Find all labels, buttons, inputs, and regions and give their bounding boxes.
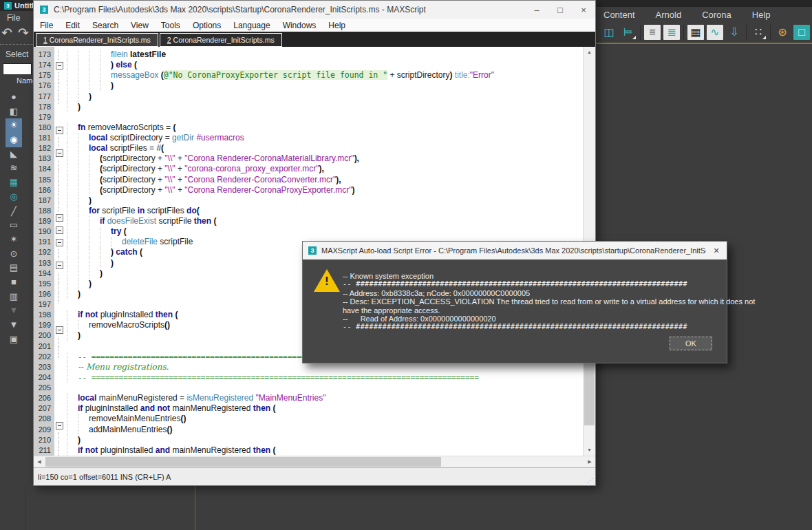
scroll-down-icon[interactable]: ▼ <box>584 445 595 456</box>
filter-particles-icon[interactable]: ✶ <box>6 233 22 247</box>
filter-shapes-icon[interactable]: ◧ <box>6 105 22 119</box>
fold-margin-cell <box>54 443 64 454</box>
fold-marker[interactable] <box>54 326 64 337</box>
frozen-objects-icon[interactable]: ■ <box>6 275 22 290</box>
line-number: 181 <box>34 133 54 143</box>
minimize-button[interactable]: – <box>525 1 548 19</box>
fold-marker[interactable] <box>54 127 64 137</box>
fold-marker[interactable] <box>54 62 64 72</box>
editor-menu-search[interactable]: Search <box>86 21 125 30</box>
filter-helpers-icon[interactable]: ◣ <box>6 147 22 162</box>
curve-editor-icon[interactable]: ∿ <box>707 25 723 40</box>
filter-bones-icon[interactable]: ◎ <box>6 190 22 204</box>
max-menu-arnold[interactable]: Arnold <box>656 10 682 20</box>
filter-containers-icon[interactable]: ▦ <box>6 176 22 190</box>
fold-margin-cell <box>54 358 64 368</box>
scroll-left-icon[interactable]: ◀ <box>34 456 45 467</box>
dialog-error-text-line: -- #####################################… <box>343 323 721 331</box>
code-line: for scriptFile in scriptFiles do( <box>64 206 583 216</box>
rendered-frame-icon[interactable]: □ <box>793 25 810 40</box>
filter-cameras-icon[interactable]: ◉ <box>6 133 22 147</box>
align-icon[interactable]: ⊨ <box>620 25 637 40</box>
filter-disabled-icon[interactable]: ▼ <box>6 304 22 318</box>
line-number: 192 <box>34 247 54 257</box>
max-main-toolbar: ◫⊨≡≣▦∿⇩∷⊛□ <box>596 22 812 43</box>
fold-marker[interactable] <box>54 149 64 160</box>
editor-menu-edit[interactable]: Edit <box>59 21 86 30</box>
dialog-titlebar[interactable]: 3 MAXScript Auto-load Script Error - C:\… <box>303 242 727 259</box>
vertical-scroll-thumb[interactable] <box>584 360 595 425</box>
line-number: 182 <box>34 143 54 153</box>
resize-grip[interactable]: ⋰ <box>587 477 593 484</box>
editor-menu-view[interactable]: View <box>125 21 155 30</box>
list-view-icon[interactable]: ▤ <box>6 261 22 275</box>
scroll-right-icon[interactable]: ▶ <box>584 456 595 467</box>
line-number: 197 <box>34 299 54 310</box>
redo-icon[interactable]: ↷ <box>18 25 29 43</box>
display-visibility-icon[interactable]: ⊙ <box>6 247 22 262</box>
schematic-view-icon[interactable]: ∷ <box>750 25 767 40</box>
editor-tab-1[interactable]: 1 CoronaRenderer_InitScripts.ms <box>36 33 158 47</box>
fold-marker[interactable] <box>54 214 64 224</box>
max-menu-corona[interactable]: Corona <box>702 10 731 20</box>
fold-marker[interactable] <box>54 226 64 237</box>
max-menu-help[interactable]: Help <box>752 10 771 20</box>
line-number: 177 <box>34 92 54 102</box>
horizontal-scroll-thumb[interactable] <box>45 457 441 467</box>
line-number: 185 <box>34 175 54 185</box>
line-number: 205 <box>34 383 54 393</box>
line-number: 187 <box>34 195 54 206</box>
ribbon-icon[interactable]: ▦ <box>687 25 704 40</box>
undo-icon[interactable]: ↶ <box>1 25 12 43</box>
maximize-button[interactable]: □ <box>548 1 572 19</box>
filter-groups-icon[interactable]: ▭ <box>6 218 22 233</box>
layer-explorer-icon[interactable]: ≣ <box>663 25 680 40</box>
filter-enabled-icon[interactable]: ▼ <box>6 318 22 332</box>
editor-menu-tools[interactable]: Tools <box>155 21 186 30</box>
warning-exclamation: ! <box>325 275 329 288</box>
render-download-icon[interactable]: ⇩ <box>726 25 742 40</box>
code-line: ) <box>64 102 583 112</box>
close-button[interactable]: × <box>572 1 595 19</box>
fold-marker[interactable] <box>54 239 64 249</box>
fold-marker[interactable] <box>54 262 64 272</box>
scene-explorer-search-input[interactable] <box>3 63 32 75</box>
fold-margin-cell <box>54 137 64 147</box>
dialog-close-icon[interactable]: × <box>706 245 727 256</box>
horizontal-scrollbar[interactable]: ◀ ▶ <box>34 456 595 467</box>
line-number: 199 <box>34 320 54 330</box>
editor-menu-options[interactable]: Options <box>186 21 227 30</box>
selection-set-icon[interactable]: ▣ <box>6 332 22 347</box>
line-number: 189 <box>34 216 54 226</box>
maxscript-icon: 3 <box>308 246 317 255</box>
code-line: local scriptDirectory = getDir #usermacr… <box>64 133 583 143</box>
ok-button[interactable]: OK <box>670 337 712 350</box>
line-number: 178 <box>34 102 54 112</box>
detail-view-icon[interactable]: ▥ <box>6 290 22 304</box>
line-number: 195 <box>34 279 54 289</box>
fold-marker[interactable] <box>54 422 64 432</box>
max-menu-content[interactable]: Content <box>603 10 635 20</box>
line-number: 211 <box>34 445 54 456</box>
fold-margin-cell <box>54 83 64 93</box>
filter-lights-icon[interactable]: ☀ <box>6 118 22 133</box>
fold-margin-cell <box>54 202 64 212</box>
editor-titlebar[interactable]: 3 C:\Program Files\Autodesk\3ds Max 2020… <box>34 1 595 19</box>
scene-explorer-icon[interactable]: ≡ <box>644 25 661 40</box>
editor-menu-file[interactable]: File <box>34 21 59 30</box>
fold-margin-cell <box>54 399 64 410</box>
filter-space-warps-icon[interactable]: ≋ <box>6 161 22 176</box>
scroll-up-icon[interactable]: ▲ <box>584 47 595 58</box>
mirror-icon[interactable]: ◫ <box>601 25 617 40</box>
filter-ik-chains-icon[interactable]: ╱ <box>6 204 22 219</box>
render-setup-icon[interactable]: ⊛ <box>774 25 791 40</box>
editor-menu-help[interactable]: Help <box>322 21 352 30</box>
line-number: 193 <box>34 258 54 268</box>
editor-tab-2[interactable]: 2 CoronaRenderer_InitScripts.ms <box>160 33 282 47</box>
editor-menu-language[interactable]: Language <box>227 21 276 30</box>
line-number: 209 <box>34 425 54 435</box>
filter-geometry-icon[interactable]: ● <box>6 90 22 105</box>
code-line: (scriptDirectory + "\\" + "Corona Render… <box>64 153 583 164</box>
dialog-error-text-line: -- Known system exception <box>343 272 721 280</box>
editor-menu-windows[interactable]: Windows <box>277 21 323 30</box>
